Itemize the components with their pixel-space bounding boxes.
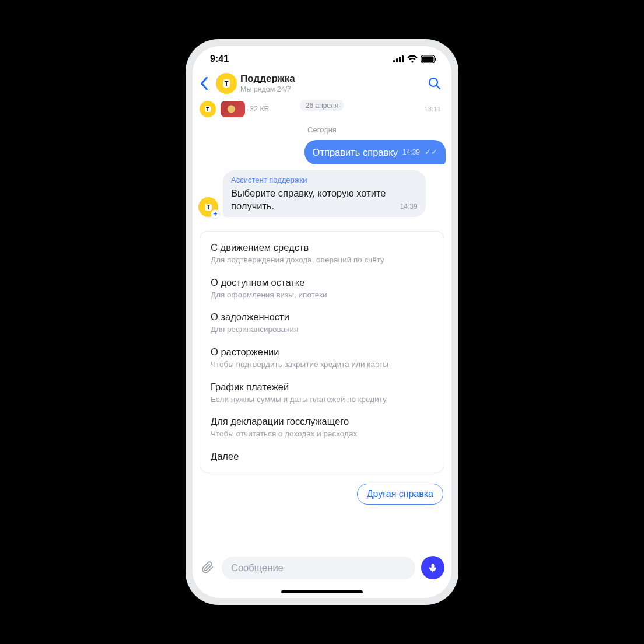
option-item[interactable]: О расторжении Чтобы подтвердить закрытие… <box>200 341 444 376</box>
option-next[interactable]: Далее <box>200 445 444 468</box>
home-indicator <box>192 585 452 598</box>
option-item[interactable]: О доступном остатке Для оформления визы,… <box>200 271 444 306</box>
today-divider: Сегодня <box>198 125 446 134</box>
message-input[interactable]: Сообщение <box>222 556 415 579</box>
option-title: О расторжении <box>211 346 433 358</box>
microphone-icon <box>428 562 438 573</box>
svg-rect-5 <box>422 56 434 62</box>
option-subtitle: Чтобы подтвердить закрытие кредита или к… <box>211 359 433 370</box>
back-button[interactable] <box>196 77 212 90</box>
chat-body[interactable]: T 32 КБ 26 апреля 13:11 Сегодня Отправит… <box>192 100 452 551</box>
screen: 9:41 T Поддержка Мы рядом 24/7 <box>192 46 452 598</box>
svg-rect-6 <box>435 58 436 61</box>
quick-reply-row: Другая справка <box>198 480 446 509</box>
phone-frame: 9:41 T Поддержка Мы рядом 24/7 <box>186 39 459 605</box>
avatar-letter: T <box>223 79 230 88</box>
outgoing-text: Отправить справку <box>313 146 398 159</box>
svg-rect-2 <box>399 57 401 62</box>
input-bar: Сообщение <box>192 551 452 585</box>
option-item[interactable]: Для декларации госслужащего Чтобы отчита… <box>200 410 444 445</box>
outgoing-message[interactable]: Отправить справку 14:39 ✓✓ <box>304 140 446 164</box>
chat-header: T Поддержка Мы рядом 24/7 <box>192 69 452 100</box>
status-bar: 9:41 <box>192 46 452 69</box>
svg-line-8 <box>437 86 440 89</box>
cellular-icon <box>393 55 404 62</box>
option-subtitle: Для подтверждения дохода, операций по сч… <box>211 255 433 265</box>
option-subtitle: Для оформления визы, ипотеки <box>211 290 433 300</box>
read-checkmarks-icon: ✓✓ <box>425 147 438 158</box>
chat-title: Поддержка <box>240 73 422 85</box>
option-subtitle: Для рефинансирования <box>211 324 433 335</box>
search-button[interactable] <box>426 77 443 90</box>
svg-rect-1 <box>396 58 398 62</box>
attach-button[interactable] <box>200 561 216 574</box>
option-title: С движением средств <box>211 242 433 253</box>
options-card: С движением средств Для подтверждения до… <box>200 231 444 473</box>
option-subtitle: Если нужны суммы и даты платежей по кред… <box>211 394 433 405</box>
message-row: Отправить справку 14:39 ✓✓ <box>198 140 446 164</box>
option-title: О задолженности <box>211 312 433 323</box>
assistant-label: Ассистент поддержки <box>231 175 418 186</box>
option-title: О доступном остатке <box>211 277 433 288</box>
option-item[interactable]: График платежей Если нужны суммы и даты … <box>200 376 444 411</box>
option-title: Для декларации госслужащего <box>211 416 433 427</box>
incoming-message[interactable]: Ассистент поддержки Выберите справку, ко… <box>223 170 426 217</box>
paperclip-icon <box>201 561 214 574</box>
previous-message-time: 13:11 <box>424 106 444 113</box>
assistant-avatar[interactable]: T + <box>198 197 218 217</box>
svg-rect-3 <box>402 55 404 62</box>
support-avatar-small: T <box>200 101 216 117</box>
chat-subtitle: Мы рядом 24/7 <box>240 85 422 94</box>
status-icons <box>393 55 436 63</box>
date-separator: 26 апреля <box>300 100 344 111</box>
incoming-text: Выберите справку, которую хотите получит… <box>231 187 392 213</box>
header-titles[interactable]: Поддержка Мы рядом 24/7 <box>240 73 422 93</box>
wifi-icon <box>407 55 418 63</box>
incoming-time: 14:39 <box>400 202 418 212</box>
quick-reply-chip[interactable]: Другая справка <box>357 484 443 505</box>
option-item[interactable]: С движением средств Для подтверждения до… <box>200 236 444 271</box>
option-title: График платежей <box>211 382 433 393</box>
message-row: T + Ассистент поддержки Выберите справку… <box>198 170 446 217</box>
outgoing-time: 14:39 <box>402 148 420 157</box>
option-subtitle: Чтобы отчитаться о доходах и расходах <box>211 429 433 439</box>
previous-message-row: T 32 КБ 26 апреля 13:11 <box>198 100 446 121</box>
support-avatar[interactable]: T <box>216 73 237 94</box>
attachment-thumbnail[interactable] <box>220 101 245 117</box>
option-item[interactable]: О задолженности Для рефинансирования <box>200 306 444 341</box>
battery-icon <box>421 55 436 63</box>
svg-rect-0 <box>393 60 395 62</box>
attachment-size: 32 КБ <box>250 105 269 113</box>
status-time: 9:41 <box>210 54 229 64</box>
voice-button[interactable] <box>421 556 444 579</box>
next-label: Далее <box>211 451 433 462</box>
plus-badge-icon: + <box>211 209 220 219</box>
